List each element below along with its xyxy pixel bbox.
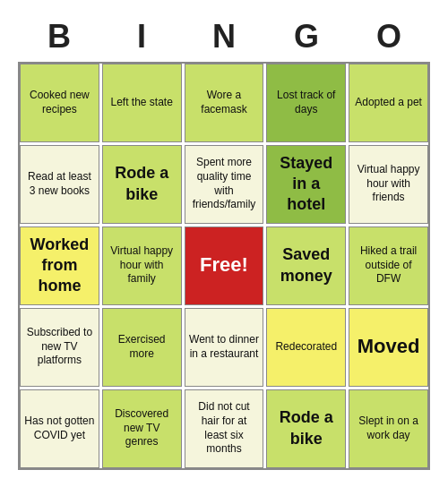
letter-o: O: [349, 17, 428, 56]
bingo-cell-12: Free!: [185, 226, 264, 305]
bingo-cell-3: Lost track of days: [266, 64, 346, 142]
bingo-cell-16: Exercised more: [102, 308, 182, 387]
bingo-cell-11: Virtual happy hour with family: [102, 226, 182, 305]
bingo-grid: Cooked new recipesLeft the stateWore a f…: [18, 62, 430, 470]
bingo-cell-5: Read at least 3 new books: [20, 145, 99, 224]
bingo-cell-1: Left the state: [102, 64, 182, 142]
bingo-card: B I N G O Cooked new recipesLeft the sta…: [9, 8, 439, 478]
bingo-cell-20: Has not gotten COVID yet: [20, 389, 99, 468]
bingo-cell-4: Adopted a pet: [349, 64, 428, 142]
letter-i: I: [102, 17, 181, 56]
bingo-cell-9: Virtual happy hour with friends: [349, 145, 428, 224]
bingo-cell-24: Slept in on a work day: [349, 389, 428, 468]
bingo-cell-17: Went to dinner in a restaurant: [185, 308, 264, 387]
letter-n: N: [185, 17, 263, 56]
bingo-cell-13: Saved money: [266, 226, 346, 305]
bingo-cell-0: Cooked new recipes: [20, 64, 99, 142]
letter-b: B: [20, 17, 99, 56]
bingo-cell-6: Rode a bike: [102, 145, 182, 224]
bingo-cell-8: Stayed in a hotel: [266, 145, 346, 224]
bingo-cell-2: Wore a facemask: [185, 64, 264, 142]
bingo-cell-18: Redecorated: [266, 308, 346, 387]
bingo-cell-7: Spent more quality time with friends/fam…: [185, 145, 264, 224]
bingo-header: B I N G O: [18, 17, 430, 56]
bingo-cell-22: Did not cut hair for at least six months: [185, 389, 264, 468]
bingo-cell-14: Hiked a trail outside of DFW: [349, 226, 428, 305]
bingo-cell-15: Subscribed to new TV platforms: [20, 308, 99, 387]
bingo-cell-10: Worked from home: [20, 226, 99, 305]
bingo-cell-19: Moved: [349, 308, 428, 387]
bingo-cell-23: Rode a bike: [266, 389, 346, 468]
bingo-cell-21: Discovered new TV genres: [102, 389, 182, 468]
letter-g: G: [267, 17, 346, 56]
